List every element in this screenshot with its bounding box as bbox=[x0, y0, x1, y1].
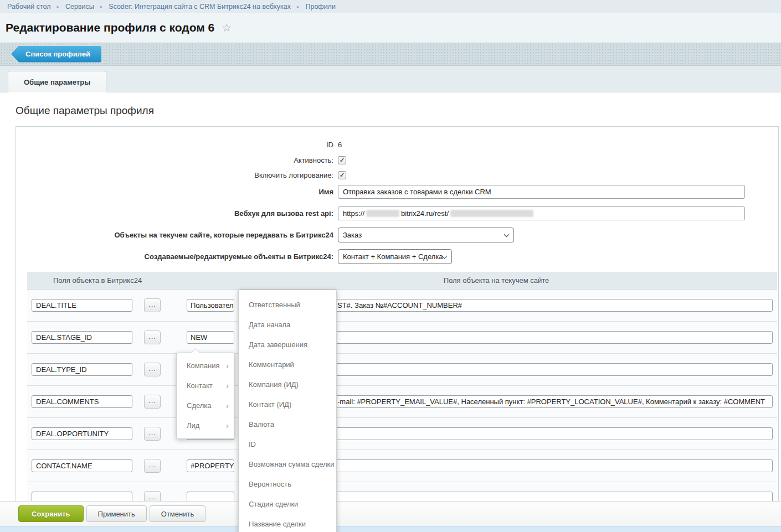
cancel-button[interactable]: Отменить bbox=[150, 505, 205, 522]
table-row: CONTACT.NAME ... #PROPERTY_ bbox=[27, 450, 777, 482]
submenu-item-deal-stage[interactable]: Стадия сделки bbox=[239, 494, 336, 514]
breadcrumb-separator-icon: ▸ bbox=[56, 4, 59, 9]
menu-item-label: Контакт bbox=[187, 381, 213, 390]
target-objects-selected: Контакт + Компания + Сделка bbox=[343, 252, 443, 261]
breadcrumb-item-services[interactable]: Сервисы bbox=[65, 3, 94, 11]
webhook-url-mid: bitrix24.ru/rest/ bbox=[401, 209, 449, 218]
mapping-value-input[interactable]: #PROPERTY_ bbox=[187, 459, 234, 472]
redacted-segment bbox=[450, 210, 533, 217]
tab-general-parameters[interactable]: Общие параметры bbox=[8, 71, 106, 92]
submenu-item-comment[interactable]: Комментарий bbox=[239, 355, 336, 375]
table-row: DEAL.STAGE_ID ... NEW bbox=[27, 322, 777, 354]
submenu-item-deal-title[interactable]: Название сделки bbox=[239, 514, 336, 532]
bitrix-field-input[interactable]: DEAL.OPPORTUNITY bbox=[32, 427, 132, 440]
submenu-item-start-date[interactable]: Дата начала bbox=[239, 315, 336, 335]
field-picker-button[interactable]: ... bbox=[144, 330, 161, 344]
bitrix-field-input[interactable]: DEAL.TITLE bbox=[32, 299, 132, 312]
chevron-right-icon: › bbox=[226, 356, 229, 376]
submenu-item-company-id[interactable]: Компания (ИД) bbox=[239, 375, 336, 395]
table-row: DEAL.OPPORTUNITY ... bbox=[27, 418, 777, 450]
field-picker-button[interactable]: ... bbox=[144, 298, 161, 312]
chevron-right-icon: › bbox=[226, 376, 229, 396]
menu-item-deal[interactable]: Сделка › bbox=[177, 396, 234, 416]
content-area: Общие параметры профиля ID 6 Активность:… bbox=[0, 92, 781, 532]
submenu-item-probability[interactable]: Вероятность bbox=[239, 474, 336, 494]
breadcrumb-item-desktop[interactable]: Рабочий стол bbox=[7, 3, 50, 11]
menu-item-company[interactable]: Компания › bbox=[177, 356, 234, 376]
breadcrumb: Рабочий стол ▸ Сервисы ▸ Scoder: Интегра… bbox=[0, 0, 781, 13]
column-header-site-fields: Поля объекта на текучем сайте bbox=[254, 276, 738, 285]
submenu-item-contact-id[interactable]: Контакт (ИД) bbox=[239, 395, 336, 415]
tab-strip: Общие параметры bbox=[0, 66, 781, 92]
field-category-menu: Компания › Контакт › Сделка › Лид › bbox=[176, 353, 235, 439]
menu-item-label: Компания bbox=[187, 361, 220, 370]
apply-button[interactable]: Применить bbox=[86, 505, 147, 522]
logging-label: Включить логирование: bbox=[16, 171, 333, 179]
webhook-url-prefix: https:// bbox=[343, 209, 364, 218]
target-objects-select[interactable]: Контакт + Компания + Сделка bbox=[338, 249, 452, 264]
site-field-value: ST#. Заказ №#ACCOUNT_NUMBER# bbox=[337, 299, 462, 311]
active-label: Активность: bbox=[16, 156, 333, 164]
deal-fields-submenu: Ответственный Дата начала Дата завершени… bbox=[238, 290, 337, 532]
id-label: ID bbox=[16, 141, 333, 149]
table-row: DEAL.TITLE ... Пользователь ST#. Заказ №… bbox=[27, 290, 777, 322]
menu-item-label: Сделка bbox=[187, 401, 212, 410]
field-picker-button[interactable]: ... bbox=[144, 363, 161, 376]
breadcrumb-item-module[interactable]: Scoder: Интеграция сайта с CRM Битрикс24… bbox=[109, 3, 291, 11]
site-field-value: -mail: #PROPERTY_EMAIL_VALUE#, Населенны… bbox=[337, 396, 765, 407]
bitrix-field-input[interactable]: DEAL.COMMENTS bbox=[32, 395, 132, 408]
chevron-right-icon: › bbox=[226, 396, 229, 416]
page-title: Редактирование профиля с кодом 6 bbox=[6, 21, 214, 34]
menu-item-contact[interactable]: Контакт › bbox=[177, 376, 234, 396]
site-objects-select[interactable]: Заказ bbox=[338, 228, 514, 242]
bitrix-field-input[interactable]: DEAL.TYPE_ID bbox=[32, 363, 132, 376]
bitrix-field-input[interactable]: DEAL.STAGE_ID bbox=[32, 331, 132, 344]
field-picker-button[interactable]: ... bbox=[144, 395, 161, 409]
redacted-segment bbox=[366, 210, 399, 217]
menu-item-label: Лид bbox=[187, 421, 199, 430]
submenu-item-id[interactable]: ID bbox=[239, 435, 336, 454]
mapping-value-input[interactable]: NEW bbox=[187, 331, 234, 344]
mapping-table-header: Поля объекта в Битрикс24 Поля объекта на… bbox=[27, 272, 777, 290]
bitrix-field-input[interactable]: CONTACT.NAME bbox=[32, 459, 132, 472]
chevron-down-icon bbox=[504, 232, 510, 237]
name-label: Имя bbox=[16, 188, 333, 196]
webhook-input[interactable]: https://bitrix24.ru/rest/ bbox=[338, 206, 745, 220]
title-bar: Редактирование профиля с кодом 6 ☆ bbox=[0, 13, 781, 42]
profiles-list-button[interactable]: Список профилей bbox=[11, 46, 101, 63]
breadcrumb-item-profiles[interactable]: Профили bbox=[305, 3, 335, 11]
submenu-item-end-date[interactable]: Дата завершения bbox=[239, 335, 336, 355]
profile-form-panel: ID 6 Активность: ✓ Включить логирование:… bbox=[16, 126, 779, 532]
action-bar: Сохранить Применить Отменить bbox=[0, 501, 781, 526]
breadcrumb-separator-icon: ▸ bbox=[297, 4, 300, 9]
horizontal-scroll-strip[interactable] bbox=[0, 526, 781, 532]
section-heading: Общие параметры профиля bbox=[16, 105, 154, 117]
site-objects-label: Объекты на текучем сайте, которые переда… bbox=[16, 231, 333, 239]
save-button[interactable]: Сохранить bbox=[18, 505, 84, 522]
logging-checkbox[interactable]: ✓ bbox=[338, 171, 346, 179]
id-value: 6 bbox=[338, 141, 342, 149]
submenu-item-responsible[interactable]: Ответственный bbox=[239, 295, 336, 315]
field-picker-button[interactable]: ... bbox=[144, 459, 161, 473]
submenu-item-currency[interactable]: Валюта bbox=[239, 415, 336, 435]
menu-notch-icon bbox=[191, 349, 200, 353]
field-picker-button[interactable]: ... bbox=[144, 427, 161, 441]
breadcrumb-separator-icon: ▸ bbox=[100, 4, 103, 9]
table-row: DEAL.COMMENTS ... -mail: #PROPERTY_EMAIL… bbox=[27, 386, 777, 418]
mapping-type-select[interactable]: Пользователь bbox=[187, 299, 234, 312]
name-input[interactable]: Отправка заказов с товарами в сделки CRM bbox=[338, 185, 745, 199]
submenu-item-opportunity[interactable]: Возможная сумма сделки bbox=[239, 454, 336, 474]
column-header-bitrix-fields: Поля объекта в Битрикс24 bbox=[53, 276, 142, 285]
chevron-right-icon: › bbox=[226, 416, 229, 436]
toolbar: Список профилей bbox=[0, 42, 781, 66]
table-row: DEAL.TYPE_ID ... bbox=[27, 354, 777, 386]
target-objects-label: Создаваемые/редактируемые объекты в Битр… bbox=[16, 252, 333, 261]
favorite-star-icon[interactable]: ☆ bbox=[222, 21, 232, 34]
menu-item-lead[interactable]: Лид › bbox=[177, 416, 234, 436]
active-checkbox[interactable]: ✓ bbox=[338, 156, 346, 164]
site-objects-selected: Заказ bbox=[343, 231, 362, 239]
webhook-label: Вебхук для вызова rest api: bbox=[16, 209, 333, 218]
